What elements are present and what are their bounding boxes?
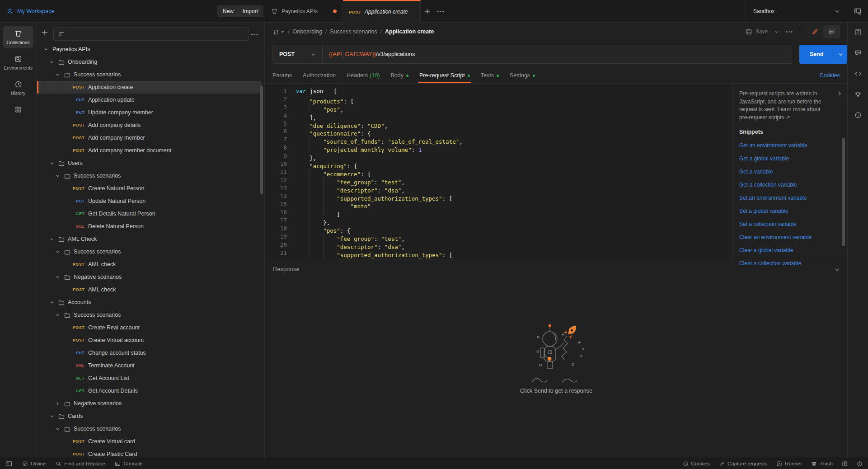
new-button[interactable]: New <box>217 5 239 17</box>
code-icon[interactable] <box>854 70 862 77</box>
tab-options-button[interactable]: ••• <box>434 0 448 22</box>
save-button[interactable]: Save <box>746 28 768 35</box>
split-pane-icon[interactable] <box>842 461 848 467</box>
code-line[interactable]: 12"fee_group": "test", <box>265 176 732 184</box>
tree-request[interactable]: PUTUpdate Natural Person <box>37 195 262 207</box>
code-line[interactable]: 5"due_diligence": "CDD", <box>265 120 732 128</box>
snippet-link[interactable]: Set an environment variable <box>739 192 829 205</box>
snippet-link[interactable]: Clear a global variable <box>739 244 829 258</box>
breadcrumb-folder[interactable]: Onboarding <box>292 28 322 35</box>
code-line[interactable]: 20"descriptor": "dsa", <box>265 241 732 249</box>
chevron-down-icon[interactable] <box>43 47 52 52</box>
snippet-link[interactable]: Set a global variable <box>739 205 829 218</box>
code-line[interactable]: 10"acquiring": { <box>265 160 732 168</box>
capture-requests-button[interactable]: Capture requests <box>719 461 767 467</box>
tree-folder[interactable]: Success scenarios <box>37 309 262 321</box>
edit-pencil-button[interactable] <box>807 25 823 38</box>
tree-request[interactable]: POSTAdd company member <box>37 131 262 144</box>
breadcrumb-request[interactable]: Application create <box>385 28 434 35</box>
tree-request[interactable]: GETGet Details Natural Person <box>37 207 262 220</box>
tree-request[interactable]: DELDelete Natural Person <box>37 220 262 233</box>
tree-request[interactable]: POSTCreate Real account <box>37 321 262 334</box>
code-line[interactable]: 17}, <box>265 216 732 225</box>
cookies-link[interactable]: Cookies <box>820 72 840 79</box>
tree-request[interactable]: PUTApplication update <box>37 94 262 106</box>
runner-button[interactable]: Runner <box>776 461 802 467</box>
add-collection-button[interactable] <box>41 29 48 36</box>
tree-folder[interactable]: Success scenarios <box>37 68 262 81</box>
save-dropdown-button[interactable] <box>774 29 779 34</box>
code-line[interactable]: 6"questionnaire": { <box>265 127 732 136</box>
code-line[interactable]: 18"pos": { <box>265 225 732 233</box>
tree-folder[interactable]: Accounts <box>37 296 262 309</box>
sidebar-item-apps[interactable] <box>3 102 33 117</box>
snippet-link[interactable]: Get an environment variable <box>739 140 829 153</box>
chevron-down-icon[interactable] <box>55 427 64 431</box>
url-input[interactable]: {{API_GATEWAY}}/v3/applications <box>323 51 421 57</box>
code-line[interactable]: 19"fee_group": "test", <box>265 233 732 241</box>
snippet-link[interactable]: Get a collection variable <box>739 179 829 192</box>
online-status[interactable]: Online <box>22 461 46 467</box>
sidebar-toggle-button[interactable] <box>5 461 12 467</box>
code-line[interactable]: 3"pos", <box>265 103 732 112</box>
tree-folder[interactable]: Success scenarios <box>37 422 262 435</box>
sidebar-item-history[interactable]: History <box>3 76 33 99</box>
chevron-down-icon[interactable] <box>55 72 64 77</box>
request-tab-authorization[interactable]: Authorization <box>303 72 336 79</box>
tree-request[interactable]: POSTCreate Plastic Card <box>37 448 262 458</box>
chevron-down-icon[interactable] <box>49 161 58 166</box>
breadcrumb-subfolder[interactable]: Success scenarios <box>330 28 377 35</box>
code-line[interactable]: 16] <box>265 208 732 216</box>
tree-folder[interactable]: Users <box>37 157 262 169</box>
tab-request-active[interactable]: POST Application create <box>343 0 421 23</box>
sidebar-search[interactable] <box>53 27 249 41</box>
request-tab-headers[interactable]: Headers(10) <box>347 72 380 79</box>
code-line[interactable]: 14"supported_authorization_types": [ <box>265 192 732 201</box>
chevron-down-icon[interactable] <box>55 174 64 178</box>
tree-folder[interactable]: AML Check <box>37 233 262 245</box>
tree-request[interactable]: POSTAdd company details <box>37 119 262 131</box>
tree-request[interactable]: PUTChange account status <box>37 347 262 359</box>
tree-request[interactable]: POSTCreate Virtual account <box>37 334 262 347</box>
chevron-down-icon[interactable] <box>49 60 58 65</box>
request-options-button[interactable]: ••• <box>785 29 793 34</box>
snippet-link[interactable]: Clear an environment variable <box>739 231 829 244</box>
snippets-scrollbar[interactable] <box>842 138 845 246</box>
comments-button[interactable] <box>823 25 840 38</box>
code-line[interactable]: 11"ecommerce": { <box>265 168 732 176</box>
collapse-panel-icon[interactable] <box>837 91 842 96</box>
workspace-switcher[interactable]: My Workspace <box>6 0 54 23</box>
tree-folder[interactable]: Cards <box>37 410 262 422</box>
sidebar-item-environments[interactable]: Environments <box>3 51 33 74</box>
help-icon[interactable] <box>857 461 863 467</box>
console-button[interactable]: Console <box>115 461 142 467</box>
tree-folder[interactable]: Negative scenarios <box>37 397 262 410</box>
method-select[interactable]: POST <box>273 45 323 63</box>
tree-collection[interactable]: Paynetics APIs <box>37 43 262 56</box>
chevron-down-icon[interactable] <box>55 249 64 254</box>
info-icon[interactable] <box>854 112 862 119</box>
code-line[interactable]: 1var json = { <box>265 87 732 95</box>
tree-request[interactable]: POSTApplication create <box>37 81 262 94</box>
tree-folder[interactable]: Onboarding <box>37 56 262 68</box>
tree-request[interactable]: GETGet Account List <box>37 372 262 385</box>
send-button[interactable]: Send <box>799 45 847 64</box>
snippet-link[interactable]: Set a collection variable <box>739 218 829 231</box>
collection-icon[interactable] <box>272 28 285 35</box>
pre-request-scripts-link[interactable]: pre-request scripts <box>739 114 784 121</box>
cookies-button[interactable]: Cookies <box>683 461 710 467</box>
request-tab-tests[interactable]: Tests <box>481 72 499 79</box>
code-line[interactable]: 21"supported_authorization_types": [ <box>265 249 732 257</box>
import-button[interactable]: Import <box>237 5 263 17</box>
request-tab-settings[interactable]: Settings <box>510 72 535 79</box>
tab-collection[interactable]: Paynetics APIs <box>265 0 343 22</box>
chevron-down-icon[interactable] <box>55 275 64 280</box>
chevron-down-icon[interactable] <box>49 300 58 305</box>
code-line[interactable]: 8"projected_monthly_volume": 1 <box>265 144 732 152</box>
new-tab-button[interactable] <box>421 0 434 22</box>
code-line[interactable]: 2"products": [ <box>265 95 732 103</box>
collection-options-button[interactable]: ••• <box>251 30 259 38</box>
send-dropdown-button[interactable] <box>834 45 847 64</box>
tree-request[interactable]: PUTUpdate company member <box>37 106 262 119</box>
code-line[interactable]: 13"descriptor": "dsa", <box>265 184 732 192</box>
